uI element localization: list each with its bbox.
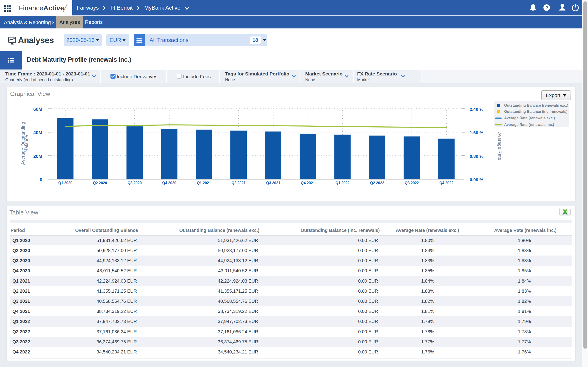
- svg-text:Q1 2022: Q1 2022: [335, 181, 349, 185]
- svg-text:60M: 60M: [33, 107, 42, 112]
- svg-text:40M: 40M: [33, 130, 42, 135]
- svg-text:Average Rate: Average Rate: [497, 132, 502, 160]
- svg-text:0.00 %: 0.00 %: [470, 177, 483, 182]
- svg-text:Q3 2020: Q3 2020: [128, 181, 141, 185]
- svg-text:Balance: Balance: [24, 135, 29, 152]
- svg-text:Q1 2020: Q1 2020: [58, 181, 72, 185]
- svg-text:1.60 %: 1.60 %: [470, 130, 483, 135]
- svg-text:2.40 %: 2.40 %: [470, 107, 483, 112]
- svg-text:20M: 20M: [33, 154, 42, 159]
- svg-text:Q3 2021: Q3 2021: [266, 181, 280, 185]
- svg-text:Q2 2020: Q2 2020: [93, 181, 107, 185]
- svg-text:Q4 2020: Q4 2020: [162, 181, 176, 185]
- svg-text:0.80 %: 0.80 %: [470, 154, 483, 159]
- svg-text:?: ?: [545, 5, 548, 10]
- svg-text:0: 0: [40, 177, 42, 182]
- svg-text:Q1 2021: Q1 2021: [197, 181, 211, 185]
- svg-text:Q4 2022: Q4 2022: [439, 181, 453, 185]
- svg-text:Q2 2021: Q2 2021: [232, 181, 246, 185]
- svg-text:Q3 2022: Q3 2022: [405, 181, 419, 185]
- svg-text:Q2 2022: Q2 2022: [370, 181, 384, 185]
- svg-text:Q4 2021: Q4 2021: [301, 181, 315, 185]
